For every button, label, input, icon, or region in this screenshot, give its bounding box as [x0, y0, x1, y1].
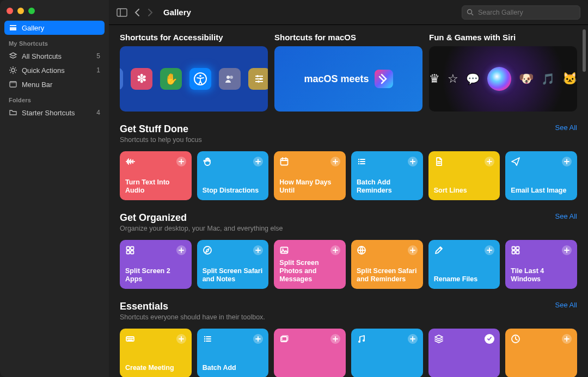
svg-point-21 [358, 163, 359, 164]
svg-point-15 [256, 75, 259, 77]
svg-rect-18 [281, 159, 288, 165]
see-all-link[interactable]: See All [555, 123, 577, 132]
tile-label: Rename Files [434, 275, 495, 283]
svg-point-41 [363, 339, 365, 342]
globe-icon [357, 245, 366, 255]
document-icon [434, 157, 444, 166]
add-button[interactable] [330, 157, 340, 166]
sidebar-item-menu-bar[interactable]: Menu Bar [4, 77, 105, 91]
svg-point-16 [260, 78, 262, 80]
featured-banners: Shortcuts for Accessibility ✽ ✋ [120, 33, 577, 112]
cat-icon: 🐱 [562, 72, 577, 86]
add-button[interactable] [408, 334, 418, 344]
sidebar-item-label: Starter Shortcuts [22, 109, 75, 117]
hand-icon [203, 157, 212, 166]
shortcut-tile[interactable]: Batch Add Reminders [351, 151, 423, 200]
add-button[interactable] [562, 334, 572, 344]
banner-macos[interactable]: macOS meets [274, 46, 422, 112]
add-button[interactable] [176, 245, 186, 255]
sidebar-item-count: 4 [96, 109, 100, 116]
shortcut-tile[interactable]: Split Screen Photos and Messages [274, 240, 346, 289]
add-button[interactable] [408, 157, 418, 166]
shortcut-tile[interactable] [505, 329, 577, 377]
shortcut-tile[interactable] [428, 329, 500, 377]
paperplane-icon [511, 157, 520, 166]
svg-point-26 [204, 246, 211, 254]
add-button[interactable] [408, 245, 418, 255]
add-button[interactable] [562, 245, 572, 255]
add-button[interactable] [485, 157, 494, 166]
shortcut-tile[interactable]: Split Screen Safari and Reminders [351, 240, 423, 289]
banner-accessibility[interactable]: ✽ ✋ [120, 46, 268, 112]
checkmark-icon[interactable] [485, 334, 494, 344]
svg-rect-31 [516, 247, 519, 250]
add-button[interactable] [253, 157, 263, 166]
minimize-window-button[interactable] [17, 8, 24, 14]
svg-point-36 [204, 338, 205, 339]
banner-title: Shortcuts for Accessibility [120, 33, 268, 42]
add-button[interactable] [176, 157, 186, 166]
people-icon [224, 73, 235, 84]
sidebar-item-count: 5 [96, 52, 100, 60]
tile-grid: Split Screen 2 Apps Split Screen Safari … [120, 240, 577, 289]
add-button[interactable] [176, 334, 186, 344]
svg-line-6 [471, 14, 473, 15]
grid4-icon [511, 245, 520, 255]
toggle-sidebar-button[interactable] [117, 8, 127, 17]
see-all-link[interactable]: See All [555, 301, 577, 309]
add-button[interactable] [330, 245, 340, 255]
crown-icon: ♛ [429, 72, 440, 86]
search-input[interactable] [477, 8, 575, 17]
shortcut-tile[interactable] [351, 329, 423, 377]
shortcut-tile[interactable]: Stop Distractions [197, 151, 269, 200]
back-button[interactable] [134, 8, 140, 17]
svg-point-13 [226, 76, 230, 79]
shortcut-tile[interactable] [274, 329, 346, 377]
shortcut-tile[interactable]: Create Meeting [120, 329, 192, 377]
search-icon [467, 9, 474, 16]
shortcut-tile[interactable]: Batch Add [197, 329, 269, 377]
svg-point-37 [204, 341, 205, 342]
forward-button[interactable] [147, 8, 154, 17]
svg-rect-23 [131, 247, 134, 250]
shortcut-tile[interactable]: Turn Text Into Audio [120, 151, 192, 200]
sidebar-item-all-shortcuts[interactable]: All Shortcuts 5 [4, 49, 105, 63]
toolbar: Gallery [109, 0, 588, 25]
add-button[interactable] [562, 157, 572, 166]
add-button[interactable] [485, 245, 494, 255]
tile-label: Tile Last 4 Windows [511, 267, 572, 283]
shortcut-tile[interactable]: Email Last Image [505, 151, 577, 200]
sidebar-item-count: 1 [96, 66, 100, 74]
sidebar-item-quick-actions[interactable]: Quick Actions 1 [4, 63, 105, 77]
tile-label: Batch Add Reminders [357, 178, 418, 195]
gallery-icon [9, 23, 17, 32]
svg-point-14 [230, 76, 233, 79]
shortcut-tile[interactable]: Rename Files [428, 240, 500, 289]
banner-title: Fun & Games with Siri [429, 33, 577, 42]
tile-label: Batch Add [203, 364, 264, 372]
content-scroll[interactable]: Shortcuts for Accessibility ✽ ✋ [109, 25, 588, 377]
zoom-window-button[interactable] [28, 8, 35, 14]
svg-rect-27 [281, 248, 288, 254]
close-window-button[interactable] [7, 8, 13, 14]
shortcut-tile[interactable]: How Many Days Until [274, 151, 346, 200]
banner-fun-games[interactable]: ♛ ☆ 💬 🐶 🎵 🐱 [429, 46, 577, 112]
section-subtitle: Shortcuts to help you focus [120, 136, 202, 144]
clock-icon [511, 334, 520, 344]
see-all-link[interactable]: See All [555, 212, 577, 220]
main: Gallery Shortcuts for Accessibility [109, 0, 588, 377]
add-button[interactable] [253, 334, 263, 344]
add-button[interactable] [253, 245, 263, 255]
shortcut-tile[interactable]: Tile Last 4 Windows [505, 240, 577, 289]
sidebar-item-label: Quick Actions [22, 66, 65, 75]
add-button[interactable] [330, 334, 340, 344]
search-field[interactable] [462, 5, 580, 20]
shortcut-tile[interactable]: Split Screen 2 Apps [120, 240, 192, 289]
shortcut-section: Get Stuff Done Shortcuts to help you foc… [120, 123, 577, 200]
sidebar-item-starter-shortcuts[interactable]: Starter Shortcuts 4 [4, 106, 105, 120]
sidebar-section-my-shortcuts: My Shortcuts [4, 35, 105, 49]
svg-point-0 [11, 69, 15, 72]
sidebar-item-gallery[interactable]: Gallery [4, 21, 105, 35]
shortcut-tile[interactable]: Split Screen Safari and Notes [197, 240, 269, 289]
shortcut-tile[interactable]: Sort Lines [428, 151, 500, 200]
